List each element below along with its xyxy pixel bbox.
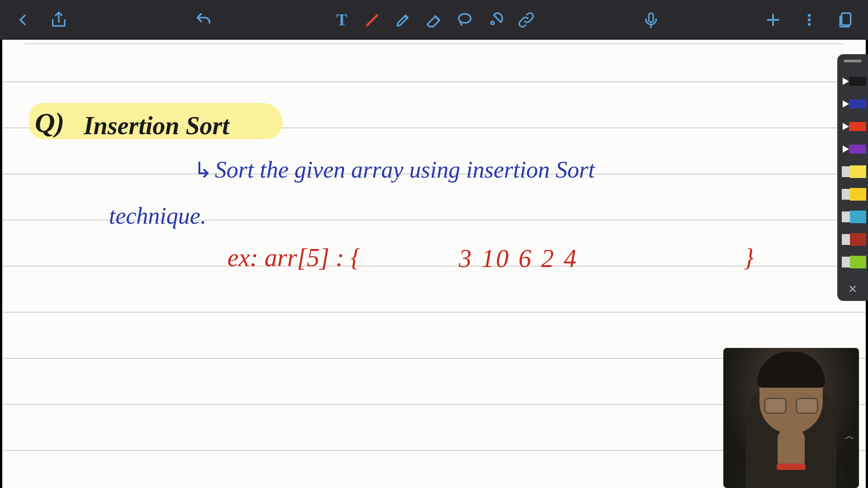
pen-tool[interactable] xyxy=(363,11,382,29)
pen-red[interactable] xyxy=(839,117,866,136)
svg-marker-14 xyxy=(843,100,849,108)
highlighter-yellow2[interactable] xyxy=(839,184,866,204)
palette-drag-handle[interactable] xyxy=(844,60,862,62)
svg-rect-29 xyxy=(850,256,866,268)
svg-rect-19 xyxy=(849,145,866,154)
example-values: 3 10 6 2 4 xyxy=(459,244,578,273)
svg-marker-16 xyxy=(843,123,849,130)
svg-marker-22 xyxy=(842,189,850,200)
eraser-tool[interactable] xyxy=(425,11,443,29)
more-button[interactable] xyxy=(800,11,818,29)
svg-rect-23 xyxy=(850,188,866,201)
example-prefix: ex: arr[5] : { xyxy=(227,243,361,272)
svg-point-10 xyxy=(808,23,811,26)
pen-blue[interactable] xyxy=(839,94,866,114)
svg-rect-21 xyxy=(850,165,866,178)
lasso-tool[interactable] xyxy=(456,11,474,29)
svg-marker-12 xyxy=(843,78,849,85)
highlighter-yellow1[interactable] xyxy=(839,162,866,182)
note-title: Insertion Sort xyxy=(84,111,229,140)
highlighter-tool[interactable] xyxy=(394,11,412,29)
highlighter-teal[interactable] xyxy=(839,207,866,227)
back-button[interactable] xyxy=(14,11,32,29)
svg-marker-20 xyxy=(842,166,850,177)
svg-marker-26 xyxy=(842,234,850,245)
svg-rect-15 xyxy=(849,99,866,108)
webcam-overlay xyxy=(723,348,859,488)
pen-purple[interactable] xyxy=(839,139,866,159)
svg-rect-11 xyxy=(842,13,851,25)
palette-close-button[interactable]: ✕ xyxy=(848,283,857,296)
svg-rect-4 xyxy=(649,13,653,22)
svg-point-8 xyxy=(808,14,811,17)
undo-button[interactable] xyxy=(194,11,212,29)
svg-marker-28 xyxy=(842,257,850,267)
svg-rect-25 xyxy=(850,211,866,223)
sub-arrow-icon: ↳ xyxy=(194,157,212,183)
svg-point-9 xyxy=(808,19,811,22)
mic-button[interactable] xyxy=(642,11,660,29)
svg-point-3 xyxy=(491,21,494,24)
example-close-brace: } xyxy=(744,243,754,272)
svg-rect-17 xyxy=(849,122,866,131)
highlighter-green[interactable] xyxy=(839,252,866,272)
note-subtext-line2: technique. xyxy=(109,202,206,229)
svg-marker-24 xyxy=(842,211,850,222)
share-button[interactable] xyxy=(50,11,68,29)
shape-tool[interactable] xyxy=(486,11,505,29)
scroll-up-icon[interactable]: ︿ xyxy=(844,429,854,443)
svg-marker-18 xyxy=(843,145,849,153)
attachment-tool[interactable] xyxy=(517,11,535,29)
pen-black[interactable] xyxy=(839,71,866,91)
pages-button[interactable] xyxy=(836,11,854,29)
toolbar: T xyxy=(0,0,868,40)
text-tool[interactable]: T xyxy=(333,11,351,29)
add-button[interactable] xyxy=(764,11,782,29)
note-subtext-line1: Sort the given array using insertion Sor… xyxy=(215,156,595,183)
svg-rect-13 xyxy=(849,77,866,86)
highlighter-darkred[interactable] xyxy=(839,230,866,249)
svg-rect-27 xyxy=(850,233,866,246)
question-marker: Q) xyxy=(35,107,64,139)
pen-palette: ✕ xyxy=(837,54,868,301)
